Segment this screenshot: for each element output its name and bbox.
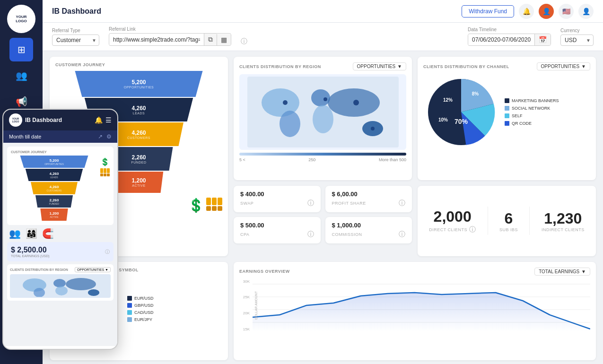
customer-journey-title: CUSTOMER JOURNEY <box>55 62 105 67</box>
direct-clients-value: 2,000 <box>429 208 476 225</box>
page-header: IB Dashboard Withdraw Fund 🔔 👤 🇺🇸 👤 <box>43 0 603 23</box>
funnel-row-4: 1,200ACTIVE <box>112 172 166 193</box>
date-input[interactable] <box>468 35 534 45</box>
flag-icon[interactable]: 🇺🇸 <box>559 4 574 19</box>
dashboard-icon: ⊞ <box>17 44 26 55</box>
svg-point-9 <box>353 100 359 105</box>
toolbar: Referral Type Customer IB Partner ▼ Refe… <box>43 23 603 51</box>
commission-info-icon[interactable]: ⓘ <box>399 230 405 239</box>
eurjpy-dot <box>127 317 132 322</box>
swap-info-icon[interactable]: ⓘ <box>307 199 314 208</box>
map-legend: 5 < 250 More than 500 <box>239 157 406 162</box>
referral-link-input[interactable] <box>109 35 204 45</box>
mobile-map-area <box>10 274 111 298</box>
profit-share-info-icon[interactable]: ⓘ <box>399 199 405 208</box>
eurusd-dot <box>127 296 132 301</box>
mobile-menu-icon: ☰ <box>105 116 112 124</box>
stat-card-swap: $ 400.00 SWAP ⓘ <box>234 186 321 212</box>
indirect-clients-label: INDIRECT CLIENTS <box>542 227 585 232</box>
withdraw-fund-button[interactable]: Withdraw Fund <box>462 5 514 17</box>
mobile-app-title: IB Dashboard <box>25 117 62 123</box>
user-icon[interactable]: 👤 <box>578 4 594 19</box>
dashboard-grid: CUSTOMER JOURNEY 5,200OPPORTUNITIES4,260… <box>43 51 603 364</box>
notification-icon[interactable]: 🔔 <box>519 4 534 19</box>
legend-self: SELF <box>505 113 559 118</box>
gbpusd-dot <box>127 303 132 308</box>
direct-clients-label: DIRECT CLIENTS <box>429 227 467 232</box>
calendar-icon[interactable]: 📅 <box>534 34 551 45</box>
stat-divider-1 <box>488 207 488 235</box>
mobile-stats-icons-row: 👥 👨‍👩‍👧 🧲 <box>7 228 114 239</box>
referral-type-select[interactable]: Customer IB Partner <box>52 35 99 46</box>
profit-share-value: $ 6,00.00 <box>332 191 406 198</box>
sidebar-logo: YOUR LOGO <box>7 5 35 33</box>
profit-share-label: PROFIT SHARE <box>332 201 366 206</box>
mobile-dollar-icon: 💲 <box>100 157 110 166</box>
svg-point-31 <box>88 289 99 296</box>
referral-type-label: Referral Type <box>52 28 99 33</box>
svg-point-4 <box>313 105 333 133</box>
referral-type-group: Referral Type Customer IB Partner ▼ <box>52 28 99 46</box>
referral-link-group: Referral Link ⧉ ▦ <box>109 26 231 46</box>
earnings-overview-card: EARNINGS OVERVIEW TOTAL EARNINGS ▼ 30K 2… <box>234 262 596 360</box>
mobile-funnel: 5,200OPPORTUNITIES4,260LEADS4,260CUSTOME… <box>11 156 97 221</box>
indirect-clients-value: 1,230 <box>542 210 585 227</box>
svg-text:8%: 8% <box>472 91 479 96</box>
mobile-funnel-row-3: 2,260FUNDED <box>34 195 75 208</box>
referral-link-wrap: ⧉ ▦ <box>109 33 231 46</box>
mobile-earnings-info-icon[interactable]: ⓘ <box>105 249 110 255</box>
mobile-period: Month till date <box>9 134 41 139</box>
dropdown-arrow-channel: ▼ <box>581 64 586 69</box>
legend-marketing-banners: MARKETING BANNERS <box>505 98 559 103</box>
region-dropdown[interactable]: OPPORTUNITIES ▼ <box>353 62 406 70</box>
page-title: IB Dashboard <box>52 7 462 16</box>
clients-by-region-card: CLIENTS DISTRIBUTION BY REGION OPPORTUNI… <box>234 57 412 180</box>
cadusd-dot <box>127 310 132 315</box>
currency-label: Currency <box>560 28 594 33</box>
mobile-map-svg <box>13 276 108 297</box>
svg-point-29 <box>55 286 68 295</box>
svg-point-7 <box>283 100 288 105</box>
earnings-chart-svg-wrap: DOLLAR AMOUNT <box>253 279 590 331</box>
currency-select[interactable]: USD EUR GBP <box>560 35 594 46</box>
qr-code-button[interactable]: ▦ <box>217 34 231 45</box>
sub-ibs-label: SUB IBS <box>499 227 518 232</box>
mobile-funnel-row-0: 5,200OPPORTUNITIES <box>17 156 92 168</box>
mobile-map-dropdown[interactable]: OPPORTUNITIES ▼ <box>75 267 111 272</box>
mobile-group2-icon: 👨‍👩‍👧 <box>26 228 37 239</box>
currency-group: Currency USD EUR GBP ▼ <box>560 28 594 46</box>
earnings-dropdown[interactable]: TOTAL EARNINGS ▼ <box>534 268 590 276</box>
pie-chart-container: 8% 12% 10% 70% MARKETING BANNERS SOCIAL … <box>423 74 590 150</box>
earnings-dropdown-arrow: ▼ <box>581 269 586 274</box>
sidebar-item-dashboard[interactable]: ⊞ <box>9 38 33 61</box>
symbol-legend-gbpusd: GBP/USD <box>127 303 154 308</box>
svg-text:10%: 10% <box>438 117 448 122</box>
svg-marker-24 <box>253 293 590 331</box>
sidebar-item-clients[interactable]: 👥 <box>9 64 33 87</box>
map-legend-max: More than 500 <box>379 157 406 162</box>
legend-qr-code: QR CODE <box>505 121 559 126</box>
info-group: ⓘ <box>241 31 247 46</box>
dropdown-arrow: ▼ <box>397 64 402 69</box>
direct-clients-stat: 2,000 DIRECT CLIENTS ⓘ <box>429 208 476 234</box>
referral-info-icon[interactable]: ⓘ <box>241 37 247 46</box>
main-content: IB Dashboard Withdraw Fund 🔔 👤 🇺🇸 👤 Refe… <box>43 0 603 364</box>
clients-icon: 👥 <box>16 70 27 81</box>
mobile-subheader: Month till date ↗ ⚙ <box>3 130 117 143</box>
alert-icon[interactable]: 👤 <box>539 4 554 19</box>
cpa-value: $ 500.00 <box>240 222 314 229</box>
channel-dropdown[interactable]: OPPORTUNITIES ▼ <box>537 62 590 70</box>
stat-grid: $ 400.00 SWAP ⓘ $ 6,00.00 PROFIT SHARE ⓘ… <box>234 186 412 243</box>
direct-clients-info-icon[interactable]: ⓘ <box>469 225 476 234</box>
svg-text:12%: 12% <box>443 97 453 103</box>
mobile-funnel-row-2: 4,260CUSTOMERS <box>28 182 80 194</box>
copy-link-button[interactable]: ⧉ <box>204 34 217 45</box>
cpa-info-icon[interactable]: ⓘ <box>307 230 314 239</box>
symbol-legend-cadusd: CAD/USD <box>127 310 154 315</box>
x-axis-label: DOLLAR AMOUNT <box>254 291 258 320</box>
mobile-preview: YOUR LOGO IB Dashboard 🔔 ☰ Month till da… <box>2 109 118 350</box>
svg-point-28 <box>53 279 66 287</box>
mobile-customer-journey-card: CUSTOMER JOURNEY 5,200OPPORTUNITIES4,260… <box>7 147 114 225</box>
svg-text:70%: 70% <box>454 118 468 125</box>
referral-link-label: Referral Link <box>109 26 231 32</box>
